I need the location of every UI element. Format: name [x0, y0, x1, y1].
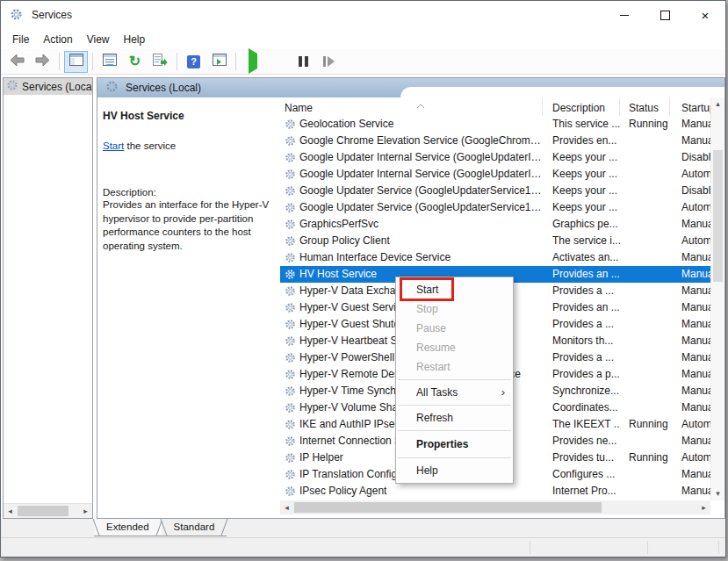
- scrollbar-thumb[interactable]: [294, 502, 602, 513]
- service-gear-icon: [285, 119, 296, 133]
- toolbar-separator: [235, 53, 236, 70]
- close-button[interactable]: ×: [685, 1, 725, 29]
- column-header-startup-type[interactable]: Startup Type: [670, 97, 710, 116]
- service-description-cell: Provides a ...: [543, 283, 620, 299]
- service-gear-icon: [285, 152, 296, 166]
- help-button[interactable]: ?: [182, 51, 205, 73]
- context-menu-item-all-tasks[interactable]: All Tasks›: [396, 383, 513, 402]
- table-row[interactable]: Google Updater Internal Service (GoogleU…: [280, 149, 710, 166]
- sidebar-item-services-local[interactable]: Services (Local): [4, 78, 92, 95]
- service-status-cell: [620, 149, 670, 166]
- table-row[interactable]: Geolocation ServiceThis service ...Runni…: [280, 116, 710, 133]
- description-label: Description:: [103, 187, 280, 198]
- service-startup-cell: Manual: [670, 283, 710, 299]
- forward-button[interactable]: [31, 51, 54, 73]
- service-startup-cell: Manual: [670, 116, 710, 133]
- table-row[interactable]: Google Chrome Elevation Service (GoogleC…: [280, 133, 710, 149]
- service-status-cell: [620, 166, 670, 183]
- back-button[interactable]: [5, 51, 29, 73]
- service-startup-cell: Manual: [670, 466, 710, 483]
- services-window: Services × FileActionViewHelp ↻? Service…: [0, 0, 726, 557]
- column-header-description[interactable]: Description: [543, 97, 620, 116]
- highlight-box: [400, 277, 454, 301]
- horizontal-scrollbar[interactable]: ◂ ▸: [280, 500, 710, 514]
- table-row[interactable]: Human Interface Device ServiceActivates …: [280, 249, 710, 266]
- service-description-cell: Coordinates...: [543, 399, 620, 416]
- title-bar: Services ×: [1, 1, 725, 29]
- scrollbar-thumb[interactable]: [713, 150, 723, 282]
- table-row[interactable]: Google Updater Service (GoogleUpdaterSer…: [280, 199, 710, 216]
- maximize-button[interactable]: [645, 1, 685, 29]
- scroll-right-icon[interactable]: ▸: [79, 507, 92, 515]
- start-service-button[interactable]: [241, 51, 264, 73]
- scroll-down-icon[interactable]: ▾: [711, 487, 724, 500]
- service-description-cell: Provides an ...: [543, 266, 620, 283]
- toolbar-separator: [177, 53, 177, 70]
- service-description-cell: Monitors th...: [543, 333, 620, 349]
- service-gear-icon: [285, 219, 296, 233]
- table-row[interactable]: Group Policy ClientThe service i...Autom…: [280, 233, 710, 249]
- scroll-left-icon[interactable]: ◂: [280, 503, 293, 512]
- service-startup-cell: Automatic: [670, 416, 710, 433]
- toolbar-separator: [59, 53, 60, 70]
- vertical-scrollbar[interactable]: ▴ ▾: [710, 97, 724, 500]
- service-status-cell: [620, 399, 670, 416]
- pause-service-icon: [299, 56, 308, 67]
- services-gear-icon: [105, 80, 119, 96]
- tab-standard[interactable]: Standard: [162, 519, 227, 536]
- scroll-right-icon[interactable]: ▸: [697, 503, 710, 512]
- properties-icon: [103, 54, 117, 69]
- service-description-cell: The IKEEXT ...: [543, 416, 620, 433]
- status-divider: [530, 541, 530, 554]
- context-menu-item-pause: Pause: [396, 319, 513, 338]
- service-startup-cell: Manual: [670, 383, 710, 399]
- service-description-cell: Provides a ...: [543, 349, 620, 366]
- service-gear-icon: [285, 485, 296, 500]
- service-status-cell: [620, 199, 670, 216]
- service-startup-cell: Automatic: [670, 450, 710, 466]
- table-row[interactable]: IPsec Policy AgentInternet Pro...Manual: [280, 483, 710, 500]
- service-gear-icon: [285, 385, 296, 399]
- scroll-up-icon[interactable]: ▴: [711, 97, 724, 111]
- service-status-cell: [620, 216, 670, 233]
- service-status-cell: [620, 133, 670, 149]
- pause-service-button[interactable]: [292, 51, 315, 73]
- context-menu-item-properties[interactable]: Properties: [396, 434, 513, 455]
- service-name-cell: Human Interface Device Service: [280, 249, 543, 266]
- table-row[interactable]: Google Updater Internal Service (GoogleU…: [280, 166, 710, 183]
- service-status-cell: [620, 283, 670, 299]
- menu-item-help[interactable]: Help: [117, 32, 153, 47]
- column-header-name[interactable]: Name: [280, 97, 543, 116]
- tree-horizontal-scrollbar[interactable]: ◂ ▸: [4, 503, 92, 518]
- service-gear-icon: [285, 252, 296, 266]
- column-header-status[interactable]: Status: [620, 97, 670, 116]
- tab-extended[interactable]: Extended: [94, 519, 162, 536]
- show-action-pane-button[interactable]: [207, 51, 231, 73]
- description-text: Provides an interface for the Hyper-V hy…: [103, 198, 277, 253]
- export-list-button[interactable]: [148, 51, 172, 73]
- table-row[interactable]: Google Updater Service (GoogleUpdaterSer…: [280, 183, 710, 199]
- menu-item-file[interactable]: File: [5, 32, 36, 47]
- resume-service-button[interactable]: [317, 51, 341, 73]
- scrollbar-thumb[interactable]: [18, 506, 68, 516]
- service-gear-icon: [285, 269, 296, 283]
- start-service-link[interactable]: Start: [103, 140, 124, 151]
- scroll-left-icon[interactable]: ◂: [4, 507, 17, 515]
- toolbar: ↻?: [1, 49, 725, 75]
- table-row[interactable]: GraphicsPerfSvcGraphics pe...Manual: [280, 216, 710, 233]
- properties-button[interactable]: [97, 51, 121, 73]
- minimize-button[interactable]: [604, 1, 645, 29]
- service-gear-icon: [285, 202, 296, 216]
- service-description-cell: Provides en...: [543, 133, 620, 149]
- menu-item-action[interactable]: Action: [36, 32, 79, 47]
- stop-service-button[interactable]: [266, 51, 290, 73]
- minimize-icon: [620, 15, 629, 16]
- context-menu-item-refresh[interactable]: Refresh: [396, 408, 513, 428]
- resume-service-icon: [323, 56, 335, 67]
- service-description-cell: Provides an ...: [543, 299, 620, 316]
- refresh-button[interactable]: ↻: [123, 51, 147, 73]
- context-menu-item-help[interactable]: Help: [396, 461, 513, 480]
- show-console-tree-button[interactable]: [64, 51, 88, 73]
- service-gear-icon: [285, 469, 296, 483]
- menu-item-view[interactable]: View: [80, 32, 117, 47]
